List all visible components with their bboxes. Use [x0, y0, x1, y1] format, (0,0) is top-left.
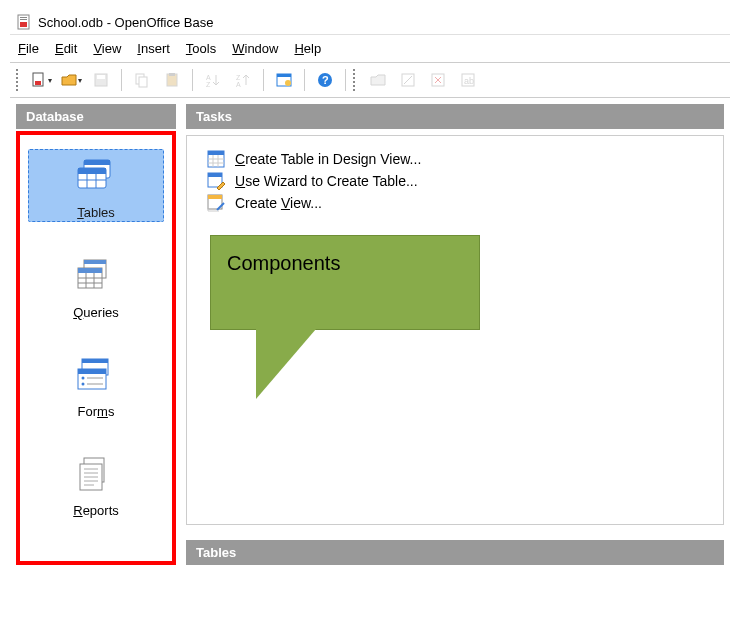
menu-tools[interactable]: Tools	[186, 41, 216, 56]
tasks-header: Tasks	[186, 104, 724, 129]
task-label: Create Table in Design View...	[235, 151, 421, 167]
callout-box: Components	[210, 235, 480, 330]
toolbar-separator	[304, 69, 305, 91]
svg-text:?: ?	[322, 74, 329, 86]
open-button[interactable]: ▾	[58, 67, 84, 93]
svg-rect-45	[87, 377, 103, 379]
svg-rect-47	[87, 383, 103, 385]
forms-icon	[41, 349, 151, 401]
menu-view[interactable]: View	[93, 41, 121, 56]
svg-text:Z: Z	[236, 74, 241, 81]
svg-text:A: A	[206, 74, 211, 81]
tables-icon	[41, 150, 151, 202]
forms-label: Forms	[74, 403, 119, 420]
sidebar-item-tables[interactable]: Tables	[28, 149, 164, 222]
toolbar-separator	[263, 69, 264, 91]
sort-asc-button[interactable]: AZ	[200, 67, 226, 93]
save-button[interactable]	[88, 67, 114, 93]
svg-rect-7	[97, 75, 105, 79]
create-view-icon	[207, 194, 225, 212]
document-icon	[16, 14, 32, 30]
help-button[interactable]: ?	[312, 67, 338, 93]
tables-label: Tables	[73, 204, 119, 221]
svg-rect-1	[20, 22, 27, 27]
svg-rect-11	[169, 73, 175, 76]
svg-text:Z: Z	[206, 81, 211, 88]
delete-button[interactable]	[425, 67, 451, 93]
svg-text:ab: ab	[464, 76, 474, 86]
task-create-view[interactable]: Create View...	[207, 192, 703, 214]
database-panel: Tables	[16, 131, 176, 565]
menu-window[interactable]: Window	[232, 41, 278, 56]
svg-rect-33	[84, 260, 106, 264]
app-window: School.odb - OpenOffice Base File Edit V…	[10, 10, 730, 571]
svg-rect-43	[78, 369, 106, 374]
callout-tail	[256, 329, 316, 399]
menubar: File Edit View Insert Tools Window Help	[10, 34, 730, 62]
toolbar: ▾ ▾ AZ ZA ?	[10, 62, 730, 98]
svg-text:A: A	[236, 81, 241, 88]
new-button[interactable]: ▾	[28, 67, 54, 93]
sidebar-item-queries[interactable]: Queries	[28, 250, 164, 321]
callout-annotation: Components	[210, 235, 480, 365]
task-use-wizard[interactable]: Use Wizard to Create Table...	[207, 170, 703, 192]
sort-desc-button[interactable]: ZA	[230, 67, 256, 93]
form-button[interactable]	[271, 67, 297, 93]
toolbar-separator	[121, 69, 122, 91]
callout-text: Components	[227, 252, 340, 275]
svg-rect-56	[208, 151, 224, 155]
svg-rect-3	[20, 19, 27, 20]
task-label: Create View...	[235, 195, 322, 211]
toolbar-grip	[353, 69, 357, 91]
svg-rect-5	[35, 81, 41, 85]
svg-rect-9	[139, 77, 147, 87]
svg-point-44	[82, 377, 85, 380]
menu-help[interactable]: Help	[294, 41, 321, 56]
menu-edit[interactable]: Edit	[55, 41, 77, 56]
toolbar-separator	[345, 69, 346, 91]
titlebar: School.odb - OpenOffice Base	[10, 10, 730, 34]
svg-rect-17	[277, 74, 291, 77]
folder-button[interactable]	[365, 67, 391, 93]
reports-icon	[41, 448, 151, 500]
rename-button[interactable]: ab	[455, 67, 481, 93]
paste-button[interactable]	[159, 67, 185, 93]
wizard-icon	[207, 172, 225, 190]
menu-file[interactable]: File	[18, 41, 39, 56]
svg-rect-35	[78, 268, 102, 273]
design-view-icon	[207, 150, 225, 168]
task-label: Use Wizard to Create Table...	[235, 173, 418, 189]
queries-label: Queries	[69, 304, 123, 321]
svg-rect-26	[84, 160, 110, 165]
task-create-table-design[interactable]: Create Table in Design View...	[207, 148, 703, 170]
svg-point-18	[285, 80, 291, 86]
tables-section-header: Tables	[186, 540, 724, 565]
svg-rect-64	[208, 195, 222, 199]
menu-insert[interactable]: Insert	[137, 41, 170, 56]
window-title: School.odb - OpenOffice Base	[38, 15, 213, 30]
svg-rect-28	[78, 168, 106, 174]
sidebar-item-reports[interactable]: Reports	[28, 448, 164, 519]
sidebar-item-forms[interactable]: Forms	[28, 349, 164, 420]
toolbar-separator	[192, 69, 193, 91]
database-header: Database	[16, 104, 176, 129]
svg-rect-2	[20, 17, 27, 18]
queries-icon	[41, 250, 151, 302]
reports-label: Reports	[69, 502, 123, 519]
svg-rect-41	[82, 359, 108, 363]
edit-button[interactable]	[395, 67, 421, 93]
toolbar-grip	[16, 69, 20, 91]
svg-point-46	[82, 383, 85, 386]
svg-rect-62	[208, 173, 222, 177]
sidebar: Database Tables	[16, 104, 176, 565]
copy-button[interactable]	[129, 67, 155, 93]
